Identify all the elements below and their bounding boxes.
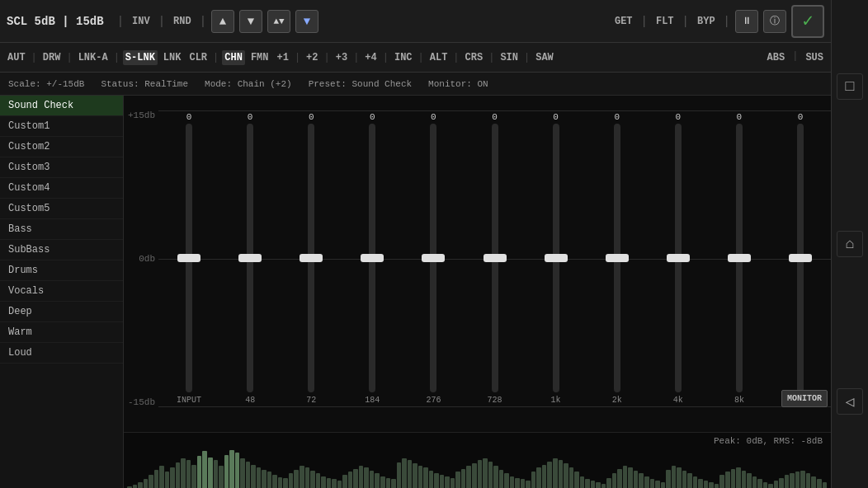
spectrum-bar bbox=[817, 479, 822, 488]
arrow-down2-button[interactable]: ▼ bbox=[295, 10, 318, 33]
band-thumb-72[interactable] bbox=[300, 254, 323, 262]
spectrum-bar bbox=[763, 482, 768, 488]
sin-button[interactable]: SIN bbox=[498, 50, 521, 65]
scl-label: SCL 5dB | 15dB bbox=[7, 15, 104, 28]
monitor-button[interactable]: MONITOR bbox=[781, 390, 828, 407]
plus4-button[interactable]: +4 bbox=[362, 50, 379, 65]
band-thumb-728[interactable] bbox=[484, 254, 507, 262]
band-thumb-INPUT[interactable] bbox=[177, 254, 200, 262]
band-thumb-1k[interactable] bbox=[545, 254, 568, 262]
band-thumb-184[interactable] bbox=[361, 254, 384, 262]
main-area: SCL 5dB | 15dB | INV | RND | ▲ ▼ ▲▼ ▼ GE… bbox=[0, 0, 831, 488]
check-button[interactable]: ✓ bbox=[791, 5, 824, 38]
arrow-up-button[interactable]: ▲ bbox=[211, 10, 234, 33]
spectrum-bars bbox=[124, 448, 831, 488]
band-thumb-4k[interactable] bbox=[667, 254, 690, 262]
arrow-updown-button[interactable]: ▲▼ bbox=[267, 10, 290, 33]
plus3-button[interactable]: +3 bbox=[333, 50, 350, 65]
flt-button[interactable]: FLT bbox=[653, 14, 677, 29]
spectrum-bar bbox=[289, 473, 294, 488]
inv-button[interactable]: INV bbox=[129, 14, 153, 29]
band-track-728[interactable] bbox=[492, 124, 498, 392]
spectrum-bar bbox=[305, 467, 310, 488]
preset-item[interactable]: Deep bbox=[0, 302, 123, 322]
aut-button[interactable]: AUT bbox=[5, 50, 28, 65]
spectrum-bar bbox=[677, 467, 682, 488]
preset-item[interactable]: Sound Check bbox=[0, 96, 123, 116]
spectrum-bar bbox=[294, 470, 299, 488]
band-thumb-8k[interactable] bbox=[728, 254, 751, 262]
eq-band-184: 0184 bbox=[342, 96, 403, 432]
spectrum-bar bbox=[553, 458, 558, 488]
preset-item[interactable]: Custom2 bbox=[0, 137, 123, 157]
sep2: | bbox=[158, 15, 165, 28]
byp-button[interactable]: BYP bbox=[694, 14, 719, 29]
abs-button[interactable]: ABS bbox=[765, 50, 788, 65]
band-track-INPUT[interactable] bbox=[186, 124, 192, 392]
spectrum-bar bbox=[800, 471, 805, 488]
clr-button[interactable]: CLR bbox=[186, 50, 210, 65]
preset-item[interactable]: Custom3 bbox=[0, 157, 123, 178]
back-icon[interactable]: ◁ bbox=[837, 388, 863, 415]
sus-button[interactable]: SUS bbox=[803, 50, 826, 65]
preset-item[interactable]: Custom5 bbox=[0, 199, 123, 219]
drw-button[interactable]: DRW bbox=[40, 50, 64, 65]
lnka-button[interactable]: LNK-A bbox=[76, 50, 111, 65]
spectrum-bar bbox=[342, 475, 347, 488]
fmn-button[interactable]: FMN bbox=[248, 50, 271, 65]
spectrum-bar bbox=[149, 475, 153, 488]
home-icon[interactable]: ⌂ bbox=[837, 231, 863, 257]
crs-button[interactable]: CRS bbox=[463, 50, 486, 65]
eq-band-INPUT: 0INPUT bbox=[158, 96, 219, 432]
band-track-4k[interactable] bbox=[675, 124, 682, 392]
arrow-down-button[interactable]: ▼ bbox=[239, 10, 262, 33]
band-label-2k: 2k bbox=[612, 394, 622, 407]
spectrum-bar bbox=[483, 458, 488, 488]
pause-button[interactable]: ⏸ bbox=[735, 10, 758, 33]
band-track-2k[interactable] bbox=[614, 124, 620, 392]
band-track-16k[interactable] bbox=[797, 124, 804, 392]
slnk-button[interactable]: S-LNK bbox=[123, 50, 158, 65]
band-track-184[interactable] bbox=[369, 124, 375, 392]
spectrum-bar bbox=[521, 479, 526, 488]
band-thumb-276[interactable] bbox=[422, 254, 445, 262]
plus1-button[interactable]: +1 bbox=[275, 50, 291, 65]
band-track-1k[interactable] bbox=[553, 124, 559, 392]
spectrum-bar bbox=[504, 473, 509, 488]
band-value-276: 0 bbox=[431, 110, 436, 124]
band-thumb-16k[interactable] bbox=[789, 254, 812, 262]
alt-button[interactable]: ALT bbox=[427, 50, 451, 65]
eq-band-16k: 016k bbox=[770, 96, 831, 432]
preset-item[interactable]: Vocals bbox=[0, 281, 123, 302]
spectrum-bar bbox=[229, 450, 234, 488]
band-label-72: 72 bbox=[306, 394, 316, 407]
preset-item[interactable]: Custom4 bbox=[0, 178, 123, 199]
preset-item[interactable]: Custom1 bbox=[0, 116, 123, 137]
lnk-button[interactable]: LNK bbox=[161, 50, 184, 65]
preset-item[interactable]: Bass bbox=[0, 219, 123, 240]
preset-item[interactable]: Drums bbox=[0, 260, 123, 281]
preset-item[interactable]: Warm bbox=[0, 322, 123, 343]
get-button[interactable]: GET bbox=[611, 14, 636, 29]
band-thumb-2k[interactable] bbox=[606, 254, 629, 262]
band-track-72[interactable] bbox=[308, 124, 314, 392]
inc-button[interactable]: INC bbox=[392, 50, 415, 65]
sep1: | bbox=[117, 15, 124, 28]
band-track-48[interactable] bbox=[247, 124, 253, 392]
preset-item[interactable]: Loud bbox=[0, 343, 123, 364]
spectrum-area: Peak: 0dB, RMS: -8dB bbox=[124, 432, 831, 488]
y-label-mid: 0db bbox=[127, 254, 155, 264]
info-button[interactable]: ⓘ bbox=[763, 10, 786, 33]
preset-item[interactable]: SubBass bbox=[0, 240, 123, 260]
plus2-button[interactable]: +2 bbox=[304, 50, 320, 65]
band-track-276[interactable] bbox=[430, 124, 436, 392]
spectrum-bar bbox=[133, 485, 138, 488]
band-track-8k[interactable] bbox=[736, 124, 743, 392]
chn-button[interactable]: CHN bbox=[222, 50, 245, 65]
rnd-button[interactable]: RND bbox=[170, 14, 195, 29]
spectrum-bar bbox=[634, 471, 639, 488]
saw-button[interactable]: SAW bbox=[533, 50, 556, 65]
band-thumb-48[interactable] bbox=[238, 254, 262, 262]
square-icon[interactable]: □ bbox=[837, 73, 863, 100]
eq-band-728: 0728 bbox=[464, 96, 525, 432]
